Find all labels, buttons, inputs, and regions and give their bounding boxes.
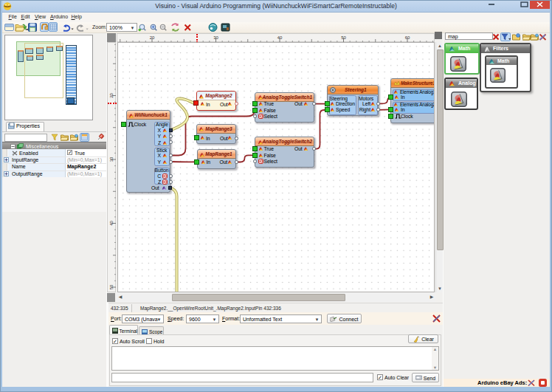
svg-text:60: 60 <box>405 35 410 40</box>
svg-text:50: 50 <box>109 284 114 289</box>
svg-text:40: 40 <box>109 221 114 226</box>
svg-text:20: 20 <box>109 93 114 98</box>
svg-text:30: 30 <box>213 35 218 40</box>
svg-text:20: 20 <box>150 35 155 40</box>
svg-text:50: 50 <box>341 35 346 40</box>
svg-text:40: 40 <box>277 35 283 40</box>
svg-text:30: 30 <box>109 157 114 162</box>
